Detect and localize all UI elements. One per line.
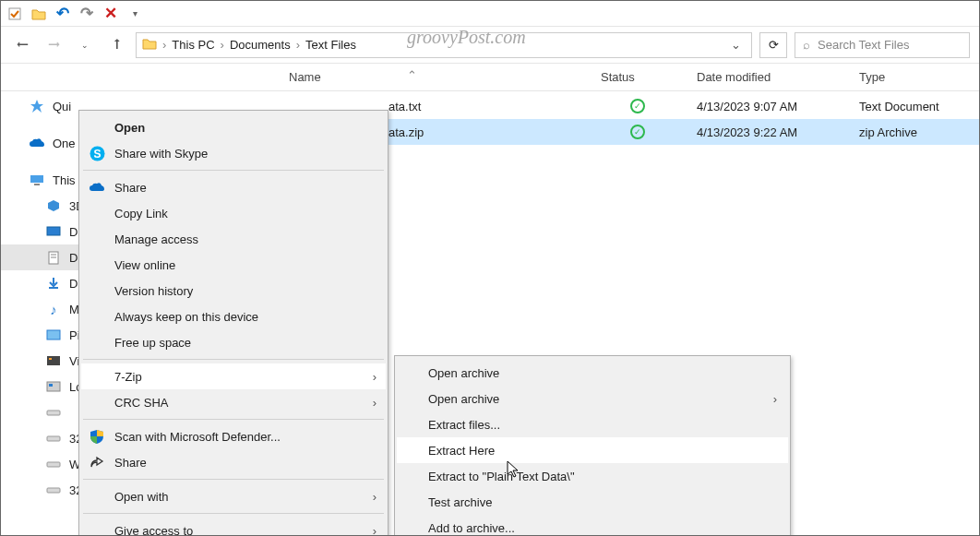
recent-dropdown[interactable]: ⌄ (73, 33, 97, 57)
forward-button[interactable]: 🠖 (42, 33, 66, 57)
file-status: ✓ (590, 125, 686, 139)
menu-item[interactable]: Version history (81, 278, 386, 304)
breadcrumb[interactable]: Documents (230, 38, 291, 52)
column-headers: Name⌃ Status Date modified Type (1, 64, 979, 91)
chevron-right-icon[interactable]: › (162, 38, 166, 52)
undo-icon[interactable]: ↶ (54, 6, 71, 22)
chevron-right-icon[interactable]: › (221, 38, 224, 52)
submenu-item-label: Extract files... (428, 418, 500, 432)
pc-icon (29, 172, 45, 188)
menu-item-label: Copy Link (114, 207, 168, 220)
folder-icon (142, 37, 157, 53)
menu-separator (83, 479, 384, 480)
svg-rect-8 (47, 356, 60, 365)
menu-item-label: 7-Zip (114, 370, 142, 384)
address-bar[interactable]: › This PC › Documents › Text Files ⌄ (136, 32, 752, 58)
file-type: zip Archive (848, 125, 968, 139)
menu-item[interactable]: Share (81, 174, 386, 200)
menu-item-label: Share (114, 181, 147, 195)
menu-item[interactable]: Always keep on this device (81, 304, 386, 329)
file-type: Text Document (848, 100, 968, 113)
file-date: 4/13/2023 9:22 AM (686, 125, 848, 139)
svg-rect-1 (30, 175, 43, 183)
submenu-item[interactable]: Test archive (397, 489, 788, 515)
documents-icon (45, 249, 62, 266)
menu-separator (83, 170, 384, 171)
navigation-bar: 🠔 🠖 ⌄ 🠕 › This PC › Documents › Text Fil… (1, 27, 979, 64)
menu-separator (83, 359, 384, 360)
sidebar-item-label: Qui (53, 100, 71, 113)
submenu-item[interactable]: Extract Here (397, 437, 788, 463)
chevron-right-icon: › (373, 490, 376, 504)
menu-item[interactable]: Open with› (81, 483, 386, 509)
menu-item[interactable]: Scan with Microsoft Defender... (81, 423, 386, 449)
chevron-right-icon: › (373, 396, 376, 410)
menu-item[interactable]: View online (81, 252, 386, 278)
onedrive-icon (29, 135, 45, 151)
submenu-item-label: Open archive (428, 366, 499, 380)
sort-up-icon: ⌃ (407, 68, 417, 82)
search-placeholder: Search Text Files (818, 38, 909, 52)
3d-icon (45, 197, 62, 214)
column-type[interactable]: Type (848, 70, 968, 84)
music-icon: ♪ (45, 301, 62, 317)
defender-icon (89, 428, 105, 445)
delete-icon[interactable]: ✕ (102, 6, 119, 22)
checkbox-icon[interactable] (6, 6, 23, 22)
folder-icon[interactable] (30, 6, 47, 22)
menu-item[interactable]: Free up space (81, 329, 386, 355)
svg-rect-14 (47, 462, 60, 467)
onedrive-cloud-icon (89, 179, 105, 196)
menu-item[interactable]: Open (81, 114, 386, 140)
videos-icon (45, 352, 62, 369)
search-input[interactable]: ⌕ Search Text Files (795, 32, 970, 58)
disk-icon (45, 378, 62, 395)
menu-item-label: Share with Skype (114, 147, 208, 161)
svg-rect-12 (47, 411, 60, 415)
menu-item[interactable]: CRC SHA› (81, 389, 386, 415)
submenu-item-label: Extract Here (428, 444, 495, 458)
menu-item-label: Free up space (114, 336, 191, 350)
sidebar-item-label: This (53, 173, 76, 187)
menu-item[interactable]: Share (81, 449, 386, 475)
drive-icon (45, 404, 62, 421)
menu-item[interactable]: Copy Link (81, 200, 386, 226)
breadcrumb[interactable]: This PC (172, 38, 214, 52)
skype-icon: S (89, 145, 105, 161)
dropdown-icon[interactable]: ▾ (126, 6, 143, 22)
refresh-button[interactable]: ⟳ (759, 32, 787, 58)
menu-item[interactable]: 7-Zip› (81, 363, 386, 389)
sidebar-item-label: D (69, 225, 78, 239)
column-name[interactable]: Name⌃ (278, 70, 590, 84)
menu-item[interactable]: Manage access (81, 226, 386, 252)
submenu-item-label: Open archive (428, 392, 499, 406)
up-button[interactable]: 🠕 (104, 33, 128, 57)
file-date: 4/13/2023 9:07 AM (686, 100, 848, 113)
column-status[interactable]: Status (590, 70, 686, 84)
menu-item-label: Give access to (114, 524, 193, 537)
synced-icon: ✓ (630, 125, 645, 139)
chevron-right-icon: › (773, 392, 777, 406)
breadcrumb[interactable]: Text Files (305, 38, 356, 52)
submenu-item[interactable]: Open archive (397, 360, 788, 386)
submenu-item[interactable]: Add to archive... (397, 515, 788, 536)
svg-rect-13 (47, 436, 60, 441)
menu-item[interactable]: SShare with Skype (81, 140, 386, 166)
submenu-item[interactable]: Extract files... (397, 411, 788, 437)
svg-text:S: S (93, 148, 101, 161)
pictures-icon (45, 327, 62, 343)
submenu-item[interactable]: Open archive› (397, 386, 788, 411)
redo-icon[interactable]: ↷ (78, 6, 95, 22)
submenu-item[interactable]: Extract to "Plain Text Data\" (397, 463, 788, 489)
menu-item-label: Share (114, 456, 147, 470)
back-button[interactable]: 🠔 (10, 33, 34, 57)
menu-separator (83, 513, 384, 514)
menu-item[interactable]: Give access to› (81, 518, 386, 536)
chevron-right-icon: › (373, 370, 376, 384)
file-status: ✓ (590, 99, 686, 113)
menu-item-label: CRC SHA (114, 396, 169, 410)
chevron-right-icon[interactable]: › (296, 38, 300, 52)
drive-icon (45, 482, 62, 498)
column-date[interactable]: Date modified (686, 70, 848, 84)
address-dropdown[interactable]: ⌄ (725, 38, 746, 52)
